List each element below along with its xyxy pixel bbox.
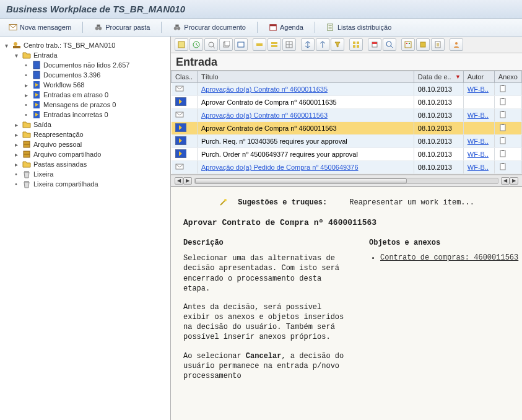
table-row[interactable]: Aprovar Contrato de Compra nº 4600011635… bbox=[172, 96, 522, 109]
row-date: 08.10.2013 bbox=[414, 148, 463, 161]
tree-deadline[interactable]: • Mensagens de prazos 0 bbox=[2, 100, 168, 110]
row-attach[interactable] bbox=[494, 83, 521, 96]
svg-rect-34 bbox=[256, 43, 263, 46]
horizontal-scrollbar[interactable]: ◀ ▶ ◀ ▶ bbox=[171, 175, 522, 186]
table-row[interactable]: Aprovação do(a) Contrato nº 460001156308… bbox=[172, 109, 522, 122]
content-heading: Entrada bbox=[176, 56, 517, 69]
scroll-thumb[interactable] bbox=[195, 178, 407, 183]
table-row[interactable]: Aprovação do(a) Contrato nº 460001163508… bbox=[172, 83, 522, 96]
tree-label: Pastas assinadas bbox=[33, 160, 87, 168]
table-row[interactable]: Aprovar Contrato de Compra nº 4600011563… bbox=[172, 122, 522, 135]
row-attach[interactable] bbox=[494, 96, 521, 109]
tool-button-12[interactable] bbox=[349, 38, 363, 51]
agenda-button[interactable]: Agenda bbox=[265, 21, 307, 33]
col-date[interactable]: Data de e..▼ bbox=[414, 71, 463, 83]
bullet-icon: • bbox=[22, 61, 30, 69]
tool-button-14[interactable] bbox=[383, 38, 396, 51]
find-folder-button[interactable]: Procurar pasta bbox=[90, 21, 154, 33]
tool-button-1[interactable] bbox=[175, 38, 188, 51]
col-title[interactable]: Título bbox=[198, 71, 414, 83]
table-row[interactable]: Purch. Req. nº 10340365 requires your ap… bbox=[172, 135, 522, 148]
row-attach[interactable] bbox=[494, 148, 521, 161]
tree-label: Lixeira compartilhada bbox=[33, 180, 98, 188]
row-title[interactable]: Aprovação do(a) Pedido de Compra nº 4500… bbox=[198, 161, 414, 174]
tool-button-18[interactable] bbox=[450, 38, 463, 51]
tool-button-13[interactable] bbox=[368, 38, 381, 51]
tool-button-3[interactable] bbox=[204, 38, 218, 51]
svg-line-45 bbox=[391, 46, 393, 48]
clipboard-icon bbox=[498, 162, 507, 171]
collapse-icon[interactable]: ▾ bbox=[2, 42, 10, 49]
tree-outbox[interactable]: ▸ Saída bbox=[2, 120, 168, 129]
table-row[interactable]: Aprovação do(a) Pedido de Compra nº 4500… bbox=[172, 161, 522, 174]
tree-trash[interactable]: • Lixeira bbox=[2, 169, 168, 179]
svg-rect-27 bbox=[178, 42, 185, 48]
tool-button-11[interactable] bbox=[331, 38, 344, 51]
scroll-right-button[interactable]: ▶ bbox=[183, 177, 192, 185]
scroll-left-button[interactable]: ◀ bbox=[175, 177, 183, 185]
scroll-left-end-button[interactable]: ◀ bbox=[501, 177, 510, 185]
dist-lists-button[interactable]: Listas distribuição bbox=[323, 21, 395, 33]
tool-button-17[interactable] bbox=[431, 38, 445, 51]
row-attach[interactable] bbox=[494, 135, 521, 148]
tool-button-7[interactable] bbox=[268, 38, 281, 51]
row-title[interactable]: Aprovação do(a) Contrato nº 4600011635 bbox=[198, 83, 414, 96]
find-doc-button[interactable]: Procurar documento bbox=[169, 21, 250, 33]
tree-shared-trash[interactable]: • Lixeira compartilhada bbox=[2, 179, 168, 189]
tool-button-8[interactable] bbox=[282, 38, 296, 51]
tool-button-5[interactable] bbox=[234, 38, 248, 51]
tree-overdue[interactable]: ▸ Entradas em atraso 0 bbox=[2, 90, 168, 100]
svg-rect-32 bbox=[225, 41, 230, 46]
new-message-button[interactable]: Nova mensagem bbox=[5, 21, 75, 33]
tool-button-16[interactable] bbox=[416, 38, 430, 51]
attachment-link[interactable]: Contrato de compras: 4600011563 bbox=[380, 253, 518, 262]
tree-unread[interactable]: • Documentos não lidos 2.657 bbox=[2, 60, 168, 70]
row-attach[interactable] bbox=[494, 109, 521, 122]
row-attach[interactable] bbox=[494, 122, 521, 135]
tool-button-10[interactable] bbox=[316, 38, 329, 51]
expand-icon[interactable]: ▸ bbox=[12, 121, 20, 128]
col-class[interactable]: Clas.. bbox=[172, 71, 198, 83]
inbox-table[interactable]: Clas.. Título Data de e..▼ Autor Anexo A… bbox=[171, 71, 522, 174]
row-title[interactable]: Purch. Req. nº 10340365 requires your ap… bbox=[198, 135, 414, 148]
tree-resubmit[interactable]: ▸ Reapresentação bbox=[2, 129, 168, 139]
expand-icon[interactable]: ▸ bbox=[22, 91, 30, 98]
tree-label: Entradas incorretas 0 bbox=[43, 111, 108, 118]
tree-private[interactable]: ▸ Arquivo pessoal bbox=[2, 139, 168, 149]
tool-button-6[interactable] bbox=[253, 38, 266, 51]
tree-incorrect[interactable]: • Entradas incorretas 0 bbox=[2, 110, 168, 120]
tree-subscribed[interactable]: ▸ Pastas assinadas bbox=[2, 159, 168, 169]
col-attach[interactable]: Anexo bbox=[494, 71, 521, 83]
row-title[interactable]: Aprovar Contrato de Compra nº 4600011635 bbox=[198, 96, 414, 109]
expand-icon[interactable]: ▸ bbox=[12, 131, 20, 138]
table-row[interactable]: Purch. Order nº 4500649377 requires your… bbox=[172, 148, 522, 161]
calendar-icon bbox=[269, 23, 277, 32]
svg-rect-47 bbox=[406, 43, 407, 44]
scroll-track[interactable] bbox=[194, 178, 498, 184]
expand-icon[interactable]: ▸ bbox=[22, 81, 30, 89]
tool-button-15[interactable] bbox=[401, 38, 415, 51]
svg-rect-16 bbox=[33, 71, 40, 79]
clipboard-icon bbox=[498, 84, 507, 93]
tree-docs[interactable]: • Documentos 3.396 bbox=[2, 70, 168, 80]
tip-link[interactable]: Reapresentar um work item... bbox=[349, 198, 474, 207]
expand-icon[interactable]: ▸ bbox=[12, 141, 20, 148]
tool-button-4[interactable] bbox=[219, 38, 233, 51]
collapse-icon[interactable]: ▾ bbox=[12, 51, 20, 59]
col-author[interactable]: Autor bbox=[463, 71, 494, 83]
row-title[interactable]: Aprovação do(a) Contrato nº 4600011563 bbox=[198, 109, 414, 122]
tool-button-2[interactable] bbox=[189, 38, 203, 51]
folder-tree[interactable]: ▾ Centro trab.: TS_BR_MAN010 ▾ Entrada •… bbox=[0, 37, 171, 420]
tree-inbox[interactable]: ▾ Entrada bbox=[2, 50, 168, 60]
scroll-right-end-button[interactable]: ▶ bbox=[510, 177, 518, 185]
row-attach[interactable] bbox=[494, 161, 521, 174]
row-author: WF-B.. bbox=[463, 109, 494, 122]
row-title[interactable]: Aprovar Contrato de Compra nº 4600011563 bbox=[198, 122, 414, 135]
tree-root[interactable]: ▾ Centro trab.: TS_BR_MAN010 bbox=[2, 40, 168, 50]
tree-shared[interactable]: ▸ Arquivo compartilhado bbox=[2, 149, 168, 159]
expand-icon[interactable]: ▸ bbox=[12, 160, 20, 168]
tool-button-9[interactable] bbox=[301, 38, 315, 51]
row-title[interactable]: Purch. Order nº 4500649377 requires your… bbox=[198, 148, 414, 161]
tree-workflow[interactable]: ▸ Workflow 568 bbox=[2, 80, 168, 90]
expand-icon[interactable]: ▸ bbox=[12, 151, 20, 158]
